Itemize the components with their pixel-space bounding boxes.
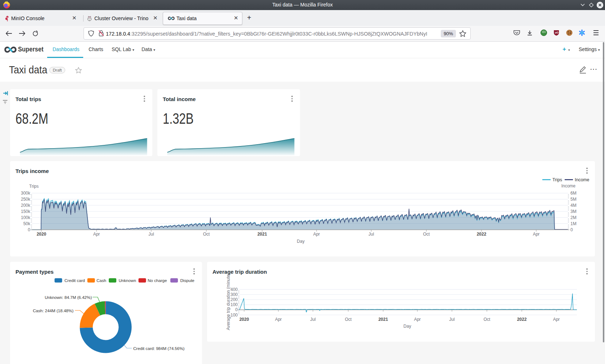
svg-text:Trips: Trips [29,184,39,189]
svg-text:Credit card: 984M (74.56%): Credit card: 984M (74.56%) [133,346,185,351]
svg-text:200: 200 [230,297,238,302]
svg-text:Oct: Oct [203,232,210,237]
svg-text:Jul: Jul [310,317,315,322]
svg-text:Credit card: Credit card [64,278,85,283]
svg-text:1M: 1M [570,221,577,226]
svg-text:Apr: Apr [414,317,421,322]
svg-text:2022: 2022 [477,232,487,237]
svg-text:Oct: Oct [345,317,352,322]
svg-text:300: 300 [230,292,238,297]
svg-text:uO: uO [555,31,559,34]
svg-text:4M: 4M [570,203,577,208]
svg-text:Unknown: Unknown [119,278,136,283]
svg-text:0: 0 [235,307,238,312]
svg-text:Dispute: Dispute [180,278,194,283]
svg-text:100k: 100k [21,215,31,220]
svg-text:Apr: Apr [275,317,282,322]
svg-text:Apr: Apr [313,232,320,237]
svg-text:Day: Day [403,324,411,329]
svg-text:Income: Income [575,177,589,182]
svg-text:Unknown: 84.7M (6.42%): Unknown: 84.7M (6.42%) [45,295,92,300]
svg-text:Apr: Apr [93,232,100,237]
svg-text:3M: 3M [570,209,577,214]
svg-text:6M: 6M [570,191,577,196]
svg-text:100: 100 [230,302,238,307]
svg-text:Average trip duration (minute: Average trip duration (minute [226,274,231,330]
svg-text:Jul: Jul [148,232,154,237]
svg-text:150k: 150k [21,209,31,214]
svg-text:Income: Income [561,183,576,188]
svg-text:Jul: Jul [368,232,374,237]
svg-text:0: 0 [570,227,573,232]
svg-text:300k: 300k [21,191,31,196]
svg-text:Oct: Oct [423,232,430,237]
svg-text:No charge: No charge [148,278,167,283]
svg-text:2020: 2020 [37,232,46,237]
svg-text:0: 0 [28,227,30,232]
svg-text:Apr: Apr [533,232,540,237]
svg-text:Apr: Apr [553,317,560,322]
svg-text:Jul: Jul [449,317,454,322]
svg-text:400: 400 [230,287,238,292]
svg-text:2022: 2022 [517,317,527,322]
svg-text:Trips: Trips [552,177,562,182]
svg-text:50k: 50k [23,221,31,226]
svg-text:200k: 200k [21,203,31,208]
svg-text:2020: 2020 [239,317,249,322]
svg-text:Cash: 244M (18.48%): Cash: 244M (18.48%) [33,308,73,313]
svg-text:250k: 250k [21,197,31,202]
svg-text:2021: 2021 [378,317,388,322]
svg-text:Day: Day [297,239,304,244]
svg-text:5M: 5M [570,197,577,202]
svg-text:-100: -100 [229,313,238,318]
svg-text:Cash: Cash [97,278,106,283]
svg-text:Oct: Oct [484,317,490,322]
svg-text:2M: 2M [570,215,577,220]
svg-text:2021: 2021 [257,232,267,237]
